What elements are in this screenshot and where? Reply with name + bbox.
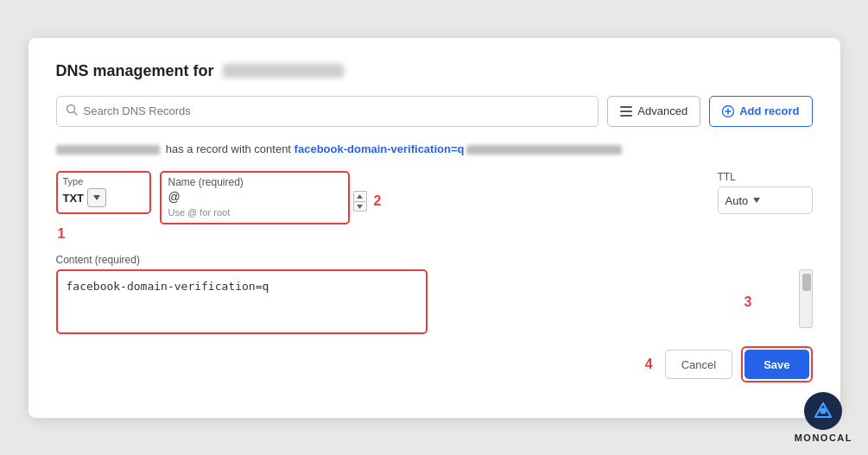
ttl-label: TTL bbox=[718, 171, 813, 183]
monocal-logo: MONOCAL bbox=[795, 392, 852, 443]
save-button-wrapper: Save bbox=[741, 346, 812, 382]
domain-name-blur bbox=[223, 64, 344, 78]
cancel-button[interactable]: Cancel bbox=[665, 350, 732, 379]
search-input-wrap[interactable] bbox=[56, 96, 599, 127]
advanced-icon bbox=[620, 106, 632, 117]
content-label: Content (required) bbox=[56, 254, 813, 266]
add-record-icon bbox=[722, 105, 734, 117]
svg-point-9 bbox=[820, 408, 827, 414]
content-textarea[interactable]: facebook-domain-verification=q bbox=[67, 278, 417, 323]
content-section: Content (required) facebook-domain-verif… bbox=[56, 254, 813, 334]
type-label: Type bbox=[63, 176, 144, 186]
name-hint: Use @ for root bbox=[168, 207, 341, 218]
search-icon bbox=[66, 104, 78, 118]
notif-pre-text: has a record with content bbox=[166, 142, 291, 155]
monocal-label: MONOCAL bbox=[795, 433, 852, 443]
notif-value-blur bbox=[466, 145, 622, 155]
notification-row: has a record with content facebook-domai… bbox=[56, 141, 813, 158]
ttl-select[interactable]: Auto bbox=[718, 186, 813, 214]
type-value: TXT bbox=[63, 192, 85, 205]
content-row: facebook-domain-verification=q 3 bbox=[56, 269, 813, 334]
notif-domain-blur bbox=[56, 145, 160, 155]
monocal-icon bbox=[804, 392, 842, 430]
name-arrow-up[interactable] bbox=[353, 191, 367, 201]
svg-line-1 bbox=[73, 112, 77, 116]
ttl-value: Auto bbox=[725, 194, 749, 207]
save-button[interactable]: Save bbox=[744, 350, 808, 379]
name-field-group: Name (required) Use @ for root bbox=[160, 171, 350, 224]
footer-row: 4 Cancel Save bbox=[56, 346, 813, 382]
scrollbar-area[interactable] bbox=[799, 269, 813, 328]
ttl-dropdown-icon bbox=[753, 198, 760, 203]
name-arrows bbox=[353, 191, 367, 212]
annotation-4: 4 bbox=[645, 357, 653, 372]
name-label: Name (required) bbox=[168, 176, 341, 188]
form-row-1: Type TXT 1 Name (required) Use @ for roo… bbox=[56, 171, 813, 242]
add-record-button[interactable]: Add record bbox=[709, 96, 812, 127]
type-dropdown-arrow[interactable] bbox=[87, 188, 106, 207]
notif-highlight: facebook-domain-verification=q bbox=[295, 142, 465, 155]
annotation-3: 3 bbox=[744, 294, 752, 310]
scrollbar-thumb bbox=[802, 274, 811, 291]
svg-rect-3 bbox=[620, 111, 632, 112]
name-input[interactable] bbox=[168, 188, 341, 205]
search-input[interactable] bbox=[84, 104, 590, 117]
dns-management-card: DNS management for Advanced bbox=[29, 38, 840, 418]
advanced-button[interactable]: Advanced bbox=[607, 96, 700, 127]
ttl-group: TTL Auto bbox=[718, 171, 813, 214]
content-textarea-wrap: facebook-domain-verification=q bbox=[56, 269, 428, 334]
page-title: DNS management for bbox=[56, 62, 813, 80]
search-toolbar: Advanced Add record bbox=[56, 96, 813, 127]
annotation-2: 2 bbox=[374, 193, 382, 209]
type-select-row[interactable]: TXT bbox=[63, 188, 144, 207]
type-field-group: Type TXT bbox=[56, 171, 151, 214]
annotation-1: 1 bbox=[58, 226, 66, 242]
svg-rect-2 bbox=[620, 106, 632, 108]
name-arrow-down[interactable] bbox=[353, 201, 367, 212]
svg-rect-4 bbox=[620, 115, 632, 117]
